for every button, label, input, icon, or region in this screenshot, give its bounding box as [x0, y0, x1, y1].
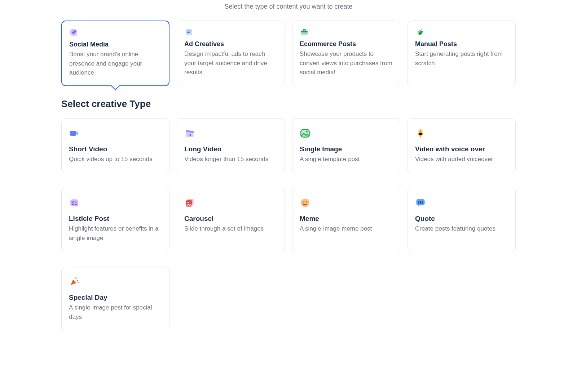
briefcase-icon [300, 27, 309, 37]
quote-bubble-icon [415, 197, 426, 208]
video-icon [69, 128, 80, 139]
creative-type-quote[interactable]: Quote Create posts featuring quotes [408, 188, 516, 252]
svg-point-18 [303, 201, 304, 202]
content-type-desc: Boost your brand's online presence and e… [69, 50, 162, 77]
creative-type-title: Single Image [300, 145, 393, 153]
creative-type-desc: A single template post [300, 155, 393, 164]
image-icon [300, 128, 310, 139]
creative-type-desc: Slide through a set of images [184, 224, 277, 233]
creative-type-short-video[interactable]: Short Video Quick videos up to 15 second… [61, 118, 169, 174]
page-subtitle: Select the type of content you want to c… [61, 3, 516, 10]
creative-type-desc: Create posts featuring quotes [415, 224, 508, 233]
content-type-ecommerce-posts[interactable]: Ecommerce Posts Showcase your products t… [292, 21, 400, 86]
stacked-images-icon [184, 197, 195, 208]
creative-type-carousel[interactable]: Carousel Slide through a set of images [177, 188, 285, 252]
creative-type-single-image[interactable]: Single Image A single template post [292, 118, 400, 174]
creative-type-title: Special Day [69, 294, 162, 302]
content-type-manual-posts[interactable]: Manual Posts Start generating posts righ… [408, 21, 516, 86]
svg-rect-12 [420, 130, 422, 134]
creative-type-special-day[interactable]: Special Day A single-image post for spec… [61, 267, 169, 331]
svg-point-24 [76, 278, 77, 279]
content-type-grid: Social Media Boost your brand's online p… [61, 21, 516, 86]
microphone-icon [415, 128, 426, 139]
svg-rect-21 [418, 201, 419, 204]
lines-icon [184, 27, 194, 37]
leaves-icon [415, 27, 424, 37]
creative-type-meme[interactable]: Meme A single-image meme post [292, 188, 400, 252]
svg-point-17 [301, 199, 309, 207]
svg-rect-22 [420, 201, 421, 204]
content-type-title: Ecommerce Posts [300, 40, 393, 48]
svg-rect-4 [303, 30, 305, 31]
checklist-icon [69, 197, 80, 208]
svg-rect-26 [75, 277, 76, 279]
content-type-desc: Start generating posts right from scratc… [415, 49, 508, 68]
creative-type-desc: Videos with added voiceover [415, 155, 508, 164]
creative-type-desc: A single-image meme post [300, 224, 393, 233]
svg-point-5 [421, 29, 422, 30]
svg-point-10 [306, 131, 308, 133]
svg-rect-27 [78, 282, 79, 283]
creative-type-desc: Videos longer than 15 seconds [184, 155, 277, 164]
creative-type-video-voiceover[interactable]: Video with voice over Videos with added … [408, 118, 516, 174]
creative-type-title: Listicle Post [69, 215, 162, 223]
svg-point-16 [188, 202, 189, 203]
svg-rect-13 [70, 199, 78, 206]
creative-type-grid: Short Video Quick videos up to 15 second… [61, 118, 516, 331]
creative-type-listicle-post[interactable]: Listicle Post Highlight features or bene… [61, 188, 169, 252]
note-edit-icon [69, 28, 79, 37]
creative-type-title: Carousel [184, 215, 277, 223]
creative-type-desc: A single-image post for special days [69, 303, 162, 321]
content-type-title: Social Media [69, 41, 162, 48]
creative-type-title: Short Video [69, 145, 162, 153]
creative-type-title: Video with voice over [415, 145, 508, 153]
content-type-social-media[interactable]: Social Media Boost your brand's online p… [61, 21, 169, 86]
creative-type-long-video[interactable]: Long Video Videos longer than 15 seconds [177, 118, 285, 174]
confetti-icon [69, 276, 80, 287]
creative-type-title: Quote [415, 215, 508, 223]
creative-type-title: Long Video [184, 145, 277, 153]
creative-type-title: Meme [300, 215, 393, 223]
svg-point-19 [306, 201, 307, 202]
svg-point-25 [77, 280, 78, 281]
svg-rect-6 [70, 131, 76, 136]
section-title-creative-type: Select creative Type [61, 98, 516, 110]
content-type-ad-creatives[interactable]: Ad Creatives Design impactful ads to rea… [177, 21, 285, 86]
creative-type-desc: Quick videos up to 15 seconds [69, 155, 162, 164]
content-type-title: Ad Creatives [184, 40, 277, 48]
content-type-desc: Design impactful ads to reach your targe… [184, 49, 277, 77]
content-type-title: Manual Posts [415, 40, 508, 48]
smiley-face-icon [300, 197, 310, 208]
content-type-desc: Showcase your products to convert views … [300, 49, 393, 77]
creative-type-desc: Highlight features or benefits in a sing… [69, 224, 162, 242]
svg-rect-23 [422, 201, 423, 204]
film-clapper-icon [184, 128, 195, 139]
